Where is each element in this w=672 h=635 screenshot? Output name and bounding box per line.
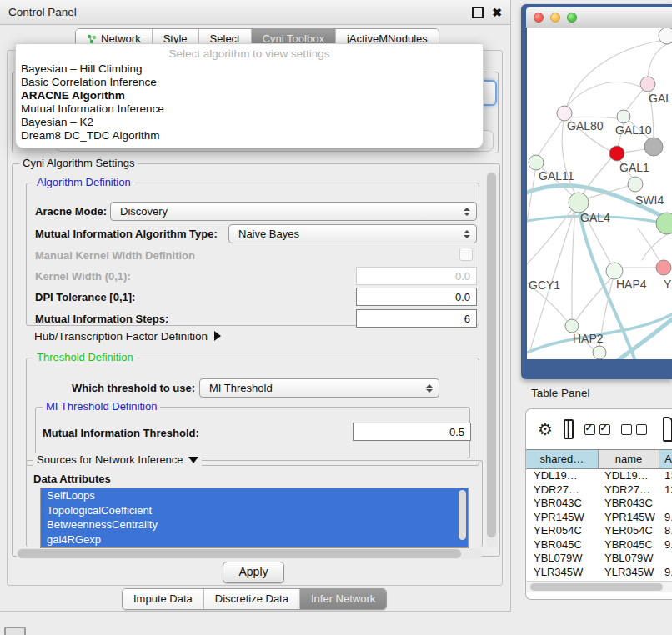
table-row[interactable]: YER054CYER054C8. (526, 524, 672, 538)
sources-title[interactable]: Sources for Network Inference (33, 453, 202, 466)
data-attribute-item[interactable]: TopologicalCoefficient (41, 503, 468, 518)
data-attributes-label: Data Attributes (33, 472, 111, 485)
tab-infer-network[interactable]: Infer Network (300, 589, 386, 609)
network-view-window[interactable]: GAL7GAL80GAL10GAL1GAL11SWI4GAL4GCY1HAP4Y… (521, 4, 672, 379)
hub-definition-toggle[interactable]: Hub/Transcription Factor Definition (34, 330, 221, 342)
document-icon[interactable] (663, 417, 672, 442)
network-node-GAL1[interactable] (609, 146, 624, 161)
table-cell: YER054C (599, 524, 660, 538)
network-node-salmon-node[interactable] (656, 260, 671, 275)
table-toolbar: ⚙ (526, 409, 672, 449)
data-attribute-item[interactable]: SelfLoops (41, 488, 468, 503)
settings-vertical-scrollbar[interactable] (486, 171, 497, 548)
column-header[interactable]: A (659, 450, 672, 468)
table-panel: ⚙ shared…nameA YDL19…YDL19…13YDR27…YDR27… (525, 408, 672, 600)
hub-definition-label: Hub/Transcription Factor Definition (34, 330, 208, 342)
table-row[interactable]: YBL079WYBL079W (526, 552, 672, 566)
table-cell: 9. (660, 511, 672, 525)
table-horizontal-scrollbar[interactable] (526, 581, 672, 592)
table-row[interactable]: YBR045CYBR045C9. (526, 538, 672, 552)
mi-threshold-input[interactable]: 0.5 (353, 422, 471, 441)
table-row[interactable]: YBR043CYBR043C (526, 497, 672, 511)
table-row[interactable]: YDR27…YDR27…12 (526, 483, 672, 498)
sources-title-text: Sources for Network Inference (37, 453, 183, 466)
table-panel-title: Table Panel (531, 387, 590, 399)
aracne-mode-combo[interactable]: Discovery (110, 202, 477, 221)
tab-impute-data[interactable]: Impute Data (123, 589, 204, 609)
node-label: GCY1 (529, 278, 560, 292)
kernel-width-input[interactable]: 0.0 (356, 267, 477, 285)
network-window-titlebar[interactable] (526, 8, 672, 28)
minimize-traffic-light-icon[interactable] (550, 12, 560, 22)
network-node-GAL10[interactable] (617, 110, 630, 123)
network-node-GAL11[interactable] (529, 155, 544, 170)
table-cell: YBL079W (526, 552, 599, 566)
apply-button[interactable]: Apply (223, 562, 284, 583)
close-icon[interactable]: ✖ (492, 7, 502, 18)
table-row[interactable]: YDL19…YDL19…13 (526, 469, 672, 483)
node-label: SWI4 (635, 193, 664, 207)
mi-threshold-group: MI Threshold Definition Mutual Informati… (35, 407, 470, 458)
dpi-tolerance-input[interactable]: 0.0 (356, 288, 477, 306)
network-node-HAP4[interactable] (606, 262, 623, 279)
network-canvas[interactable]: GAL7GAL80GAL10GAL1GAL11SWI4GAL4GCY1HAP4Y… (527, 28, 672, 359)
column-header[interactable]: shared… (526, 450, 599, 468)
tab-label: Discretize Data (215, 592, 288, 605)
split-column-icon[interactable] (564, 419, 574, 439)
network-node-GAL4[interactable] (569, 192, 589, 212)
data-attribute-item[interactable]: gal4RGexp (41, 532, 468, 548)
settings-horizontal-scrollbar[interactable] (16, 548, 483, 559)
algorithm-definition-group: Algorithm Definition Aracne Mode: Discov… (26, 182, 479, 326)
table-cell: 9. (660, 566, 672, 580)
close-traffic-light-icon[interactable] (534, 12, 544, 22)
aracne-mode-label: Aracne Mode: (35, 205, 107, 218)
network-node-GAL7[interactable] (640, 77, 655, 92)
algorithm-option[interactable]: ARACNE Algorithm (16, 89, 483, 102)
network-graph[interactable]: GAL7GAL80GAL10GAL1GAL11SWI4GAL4GCY1HAP4Y… (527, 28, 672, 359)
algorithm-option[interactable]: Bayesian – K2 (16, 116, 483, 129)
table-cell (660, 552, 672, 566)
manual-kernel-checkbox[interactable] (459, 248, 473, 261)
list-scrollbar[interactable] (459, 490, 466, 540)
algorithm-option[interactable]: Mutual Information Inference (16, 102, 483, 116)
tab-label: Impute Data (133, 592, 193, 605)
sources-group: Sources for Network Inference Data Attri… (26, 460, 483, 547)
table-cell: YDR27… (599, 483, 660, 498)
tab-discretize-data[interactable]: Discretize Data (204, 589, 300, 609)
control-panel-titlebar: Control Panel ✖ (0, 0, 510, 25)
node-label: Y (664, 278, 672, 291)
algorithm-option-list: Bayesian – Hill ClimbingBasic Correlatio… (16, 62, 483, 142)
network-node-gray-node[interactable] (644, 138, 663, 156)
column-header[interactable]: name (599, 450, 660, 468)
mi-steps-label: Mutual Information Steps: (35, 312, 168, 325)
algorithm-option[interactable]: Basic Correlation Inference (16, 76, 483, 89)
dpi-tolerance-label: DPI Tolerance [0,1]: (35, 291, 135, 303)
table-row[interactable]: YLR345WYLR345W9. (526, 566, 672, 580)
gear-icon[interactable]: ⚙ (538, 421, 553, 438)
table-row[interactable]: YPR145WYPR145W9. (526, 511, 672, 525)
zoom-traffic-light-icon[interactable] (567, 12, 577, 22)
mi-steps-input[interactable]: 6 (356, 309, 477, 328)
panel-title: Control Panel (8, 6, 77, 18)
collapsed-panel-icon[interactable] (4, 627, 26, 635)
float-panel-icon[interactable] (472, 7, 484, 18)
collapsed-arrow-icon (214, 331, 221, 341)
network-edge (642, 234, 667, 260)
network-node-SWI4[interactable] (628, 177, 643, 192)
deselect-all-checkboxes-icon[interactable] (621, 424, 647, 435)
network-node-bottom-partial[interactable] (593, 346, 606, 359)
mi-type-label: Mutual Information Algorithm Type: (35, 228, 218, 240)
network-node-top-partial[interactable] (659, 28, 672, 44)
network-edge (638, 228, 660, 262)
which-threshold-combo[interactable]: MI Threshold (199, 378, 439, 398)
mi-type-combo[interactable]: Naive Bayes (228, 224, 477, 243)
control-panel: Control Panel ✖ NetworkStyleSelectCyni T… (0, 0, 511, 612)
data-attribute-item[interactable]: BetweennessCentrality (41, 518, 468, 532)
algorithm-option[interactable]: Bayesian – Hill Climbing (16, 62, 483, 76)
network-edge (572, 212, 575, 319)
network-node-HAP2[interactable] (565, 319, 579, 332)
select-all-checkboxes-icon[interactable] (584, 424, 610, 435)
table-cell: YBR045C (526, 538, 599, 552)
algorithm-option[interactable]: Dream8 DC_TDC Algorithm (16, 129, 483, 142)
desktop: { "control_panel": { "title": "Control P… (0, 0, 672, 635)
